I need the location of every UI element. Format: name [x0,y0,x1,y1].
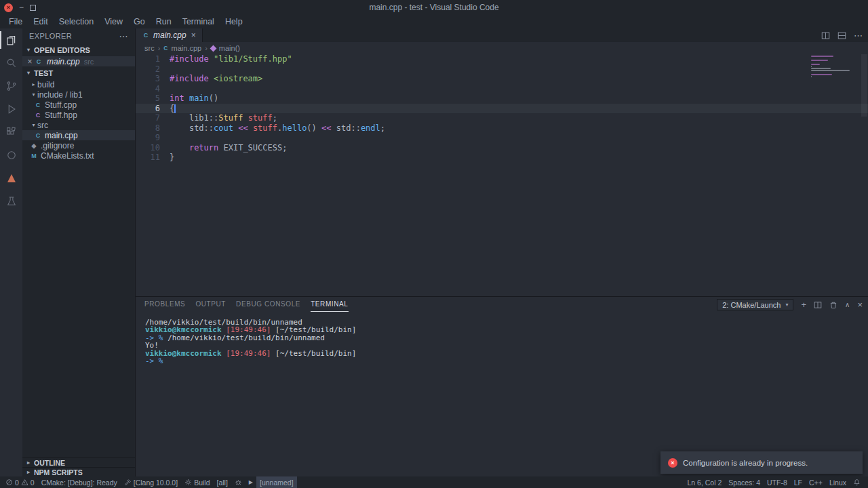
indentation-status[interactable]: Spaces: 4 [725,476,764,488]
window-controls: × − [4,0,36,15]
more-actions-icon[interactable]: ⋯ [119,31,128,41]
code-text: std::cout << stuff.hello() << std::endl; [160,123,385,134]
code-line[interactable]: 6{ [136,104,868,114]
new-terminal-icon[interactable]: + [801,300,806,309]
menu-go[interactable]: Go [128,17,151,26]
open-editor-item[interactable]: × C main.cpp src [22,56,135,66]
menu-file[interactable]: File [3,17,28,26]
minimap[interactable] [811,56,860,78]
tree-item-stuff-hpp[interactable]: CStuff.hpp [22,110,135,120]
code-line[interactable]: 7 lib1::Stuff stuff; [136,113,868,123]
section-workspace[interactable]: ▾ TEST [22,66,135,79]
panel-tab-problems[interactable]: PROBLEMS [144,297,185,312]
language-mode[interactable]: C++ [806,476,826,488]
more-actions-icon[interactable]: ⋯ [854,30,863,41]
line-number: 2 [136,64,160,75]
code-text: #include "lib1/Stuff.hpp" [160,54,292,64]
search-icon[interactable] [0,52,22,75]
problems-status[interactable]: 0 0 [2,476,38,488]
split-terminal-icon[interactable] [814,301,822,309]
outline-label: OUTLINE [34,459,65,467]
encoding-status[interactable]: UTF-8 [764,476,791,488]
maximize-panel-icon[interactable]: ∧ [845,300,850,309]
minimize-window-button[interactable]: − [19,4,24,11]
panel-tab-terminal[interactable]: TERMINAL [311,297,348,312]
run-debug-icon[interactable] [0,98,22,121]
menu-selection[interactable]: Selection [54,17,99,26]
remote-explorer-icon[interactable] [0,144,22,167]
line-number: 11 [136,152,160,163]
section-outline[interactable]: ▸ OUTLINE [22,458,135,467]
os-indicator[interactable]: Linux [826,476,850,488]
section-open-editors[interactable]: ▾ OPEN EDITORS [22,43,135,56]
breadcrumb-item-main-cpp[interactable]: main.cpp [171,44,201,52]
tree-item-src[interactable]: ▾src [22,120,135,130]
panel-tab-debug-console[interactable]: DEBUG CONSOLE [236,297,300,312]
code-line[interactable]: 3#include <iostream> [136,74,868,84]
source-control-icon[interactable] [0,75,22,98]
build-target[interactable]: [all] [214,476,231,488]
code-line[interactable]: 4 [136,84,868,94]
code-line[interactable]: 8 std::cout << stuff.hello() << std::end… [136,123,868,134]
tree-item-label: main.cpp [45,131,78,140]
section-npm-scripts[interactable]: ▸ NPM SCRIPTS [22,467,135,476]
terminal-picker[interactable]: 2: CMake/Launch ▾ [717,299,793,310]
tab-main-cpp[interactable]: C main.cpp × [136,28,203,42]
tree-item-label: .gitignore [41,141,74,150]
debug-button[interactable] [231,476,245,488]
code-line[interactable]: 11} [136,152,868,163]
split-editor-icon[interactable] [821,31,830,40]
code-line[interactable]: 9 [136,133,868,143]
cmake-variant-status[interactable]: CMake: [Debug]: Ready [38,476,121,488]
menu-view[interactable]: View [99,17,128,26]
cmake-icon[interactable] [0,167,22,190]
cmake-kit-status[interactable]: [Clang 10.0.0] [121,476,181,488]
notification-toast[interactable]: × Configuration is already in progress. [660,451,863,474]
cursor-position[interactable]: Ln 6, Col 2 [684,476,726,488]
tree-item-cmakelists-txt[interactable]: MCMakeLists.txt [22,150,135,161]
tree-item-gitignore[interactable]: ◆.gitignore [22,140,135,150]
close-editor-icon[interactable]: × [25,57,35,66]
menu-run[interactable]: Run [151,17,177,26]
code-line[interactable]: 2 [136,64,868,75]
launch-target[interactable]: [unnamed] [256,476,297,488]
code-line[interactable]: 10 return EXIT_SUCCESS; [136,143,868,153]
code-line[interactable]: 5int main() [136,94,868,104]
line-number: 7 [136,113,160,123]
gear-icon [184,479,192,486]
tree-item-main-cpp[interactable]: Cmain.cpp [22,130,135,140]
toggle-layout-icon[interactable] [837,31,846,40]
open-editors-label: OPEN EDITORS [34,46,90,54]
terminal-output[interactable]: /home/vikkio/test/build/bin/unnamedvikki… [136,312,868,365]
tree-item-stuff-cpp[interactable]: CStuff.cpp [22,100,135,110]
eol-status[interactable]: LF [791,476,806,488]
extensions-icon[interactable] [0,121,22,144]
terminal-picker-value: 2: CMake/Launch [722,301,781,309]
editor-scrollbar[interactable] [861,54,867,117]
title-bar: × − main.cpp - test - Visual Studio Code [0,0,868,15]
tree-item-include-lib1[interactable]: ▾include / lib1 [22,89,135,100]
tree-item-build[interactable]: ▸build [22,79,135,89]
breadcrumb-item-main[interactable]: main() [219,44,240,52]
menu-help[interactable]: Help [220,17,248,26]
notifications-bell[interactable] [850,476,864,488]
menu-terminal[interactable]: Terminal [177,17,220,26]
test-explorer-icon[interactable] [0,190,22,213]
close-panel-icon[interactable]: × [857,300,863,309]
close-window-button[interactable]: × [4,3,13,12]
text-cursor [174,104,176,113]
menu-edit[interactable]: Edit [28,17,54,26]
close-tab-icon[interactable]: × [191,30,196,40]
kill-terminal-icon[interactable] [829,301,837,309]
cpp-file-icon: C [34,102,42,108]
explorer-icon[interactable] [0,28,22,52]
cpp-file-icon: C [142,32,150,39]
panel-tab-output[interactable]: OUTPUT [195,297,226,312]
code-line[interactable]: 1#include "lib1/Stuff.hpp" [136,54,868,64]
code-editor[interactable]: 1#include "lib1/Stuff.hpp"23#include <io… [136,54,868,296]
tree-item-label: Stuff.hpp [45,110,77,120]
breadcrumb-item-src[interactable]: src [144,44,155,52]
build-button[interactable]: Build [181,476,213,488]
maximize-window-button[interactable] [30,5,36,11]
launch-button[interactable]: ▶ [245,476,256,488]
